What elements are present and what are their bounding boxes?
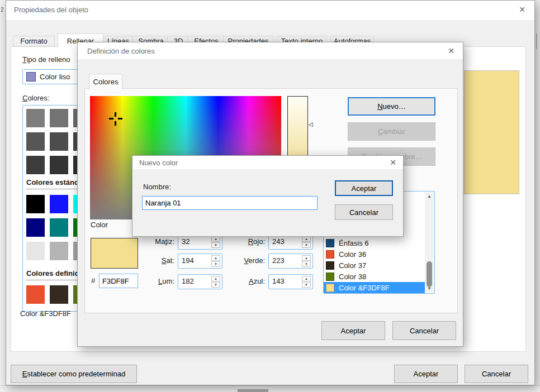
palette-swatch[interactable] — [50, 156, 68, 174]
green-spinner[interactable]: 223 ▲▼ — [268, 254, 313, 269]
palette-swatch[interactable] — [26, 156, 45, 174]
scroll-down-icon[interactable]: ▼ — [425, 286, 434, 291]
app-scrollbar-thumb[interactable] — [238, 389, 268, 392]
spin-up-icon[interactable]: ▲ — [302, 276, 311, 281]
hue-spinner[interactable]: 32 ▲▼ — [178, 235, 222, 250]
palette-swatch[interactable] — [50, 109, 68, 127]
palette-swatch[interactable] — [26, 285, 45, 304]
new-ok-button[interactable]: Aceptar — [335, 180, 393, 196]
list-item[interactable]: Color 36 — [324, 248, 425, 260]
list-item[interactable]: Color 38 — [324, 271, 425, 282]
new-dialog-title: Nuevo color — [139, 159, 178, 167]
list-item-swatch — [326, 261, 334, 270]
palette-swatch[interactable] — [50, 285, 68, 304]
tab-formato[interactable]: Formato — [13, 36, 55, 46]
palette-swatch[interactable] — [50, 242, 68, 260]
spin-up-icon[interactable]: ▲ — [211, 236, 220, 242]
color-preview-label: Color — [91, 221, 108, 229]
spin-up-icon[interactable]: ▲ — [211, 276, 220, 281]
scrollbar-thumb[interactable] — [427, 261, 432, 287]
luminance-marker-icon[interactable]: ◁ — [309, 122, 313, 127]
screen: 2 Propiedades del objeto ✕ Formato Relle… — [0, 0, 540, 392]
spin-up-icon[interactable]: ▲ — [302, 236, 311, 242]
name-label: Nombre: — [143, 183, 171, 191]
list-item-swatch — [326, 284, 334, 292]
ruler-label: 2 — [1, 7, 4, 13]
scroll-up-icon[interactable]: ▲ — [425, 194, 434, 199]
spin-up-icon[interactable]: ▲ — [302, 255, 311, 261]
colors-label: Colores: — [22, 94, 49, 102]
fill-type-swatch — [26, 72, 36, 82]
list-item-selected[interactable]: Color &F3DF8F — [324, 282, 425, 293]
sat-label: Sat: — [141, 256, 174, 265]
spin-down-icon[interactable]: ▼ — [211, 261, 220, 267]
list-item-swatch — [326, 239, 334, 247]
spin-down-icon[interactable]: ▼ — [302, 242, 311, 248]
spin-down-icon[interactable]: ▼ — [211, 242, 220, 248]
change-color-button[interactable]: Cambiar — [348, 122, 435, 141]
def-dialog-title: Definición de colores — [87, 47, 155, 55]
hue-label: Matiz: — [141, 237, 174, 246]
fill-preview-swatch — [464, 70, 519, 194]
lum-label: Lum: — [141, 277, 174, 285]
app-background-right-mark — [536, 34, 537, 49]
palette-swatch[interactable] — [26, 132, 45, 151]
hex-prefix: # — [91, 276, 95, 285]
lum-spinner[interactable]: 182 ▲▼ — [178, 274, 222, 289]
palette-swatch[interactable] — [26, 218, 45, 237]
spin-down-icon[interactable]: ▼ — [302, 261, 311, 267]
spin-down-icon[interactable]: ▼ — [302, 282, 311, 288]
selected-color-name: Color &F3DF8F — [20, 309, 71, 318]
list-scrollbar[interactable]: ▲ ▼ — [425, 192, 434, 293]
set-default-button[interactable]: Establecer como predeterminad — [11, 365, 137, 383]
current-color-swatch — [91, 238, 138, 269]
blue-spinner[interactable]: 143 ▲▼ — [268, 274, 313, 289]
list-item-swatch — [326, 250, 334, 259]
blue-label: Azul: — [231, 277, 265, 285]
red-label: Rojo: — [231, 237, 265, 246]
main-dialog-title: Propiedades del objeto — [14, 6, 88, 14]
green-label: Verde: — [231, 256, 265, 265]
main-cancel-button[interactable]: Cancelar — [465, 365, 528, 383]
app-background-bottom-strip — [0, 385, 540, 392]
new-close-icon[interactable]: ✕ — [387, 158, 399, 167]
spin-down-icon[interactable]: ▼ — [211, 282, 220, 288]
def-ok-button[interactable]: Aceptar — [321, 321, 385, 340]
palette-swatch[interactable] — [26, 109, 45, 127]
palette-swatch[interactable] — [26, 195, 45, 213]
list-item[interactable]: Color 37 — [324, 260, 425, 271]
def-cancel-button[interactable]: Cancelar — [392, 321, 456, 340]
palette-swatch[interactable] — [50, 132, 68, 151]
list-item-swatch — [326, 273, 334, 281]
new-color-button[interactable]: Nuevo… — [348, 97, 435, 116]
fill-type-value: Color liso — [40, 73, 70, 81]
new-color-dialog: Nuevo color ✕ Nombre: Aceptar Cancelar — [132, 155, 404, 237]
palette-swatch[interactable] — [26, 242, 45, 260]
spin-up-icon[interactable]: ▲ — [211, 255, 220, 261]
fill-type-label: Tipo de relleno — [22, 55, 70, 64]
app-background-left-strip — [0, 0, 6, 392]
red-spinner[interactable]: 243 ▲▼ — [268, 235, 313, 250]
def-close-icon[interactable]: ✕ — [445, 46, 457, 56]
list-item[interactable]: Énfasis 6 — [324, 237, 425, 248]
hex-input[interactable] — [99, 274, 138, 288]
new-cancel-button[interactable]: Cancelar — [335, 204, 393, 220]
main-ok-button[interactable]: Aceptar — [394, 365, 458, 383]
sat-spinner[interactable]: 194 ▲▼ — [178, 254, 222, 269]
palette-swatch[interactable] — [50, 195, 68, 213]
palette-swatch[interactable] — [50, 218, 68, 237]
name-input[interactable] — [142, 196, 318, 210]
main-close-icon[interactable]: ✕ — [516, 5, 528, 15]
tab-colores[interactable]: Colores — [89, 74, 122, 89]
